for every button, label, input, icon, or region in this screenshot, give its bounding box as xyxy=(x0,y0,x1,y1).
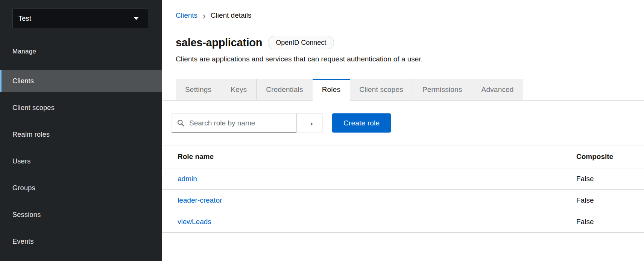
tab-settings[interactable]: Settings xyxy=(176,79,221,101)
tab-spacer xyxy=(162,79,176,101)
breadcrumb: Clients›Client details xyxy=(176,0,644,20)
page-description: Clients are applications and services th… xyxy=(176,55,644,63)
column-header-role-name: Role name xyxy=(162,153,576,161)
sidebar-nav-list: ClientsClient scopesRealm rolesUsersGrou… xyxy=(0,66,162,255)
arrow-right-icon: → xyxy=(305,118,315,129)
composite-value: False xyxy=(576,218,594,226)
table-body: adminFalseleader-creatorFalseviewLeadsFa… xyxy=(162,168,644,233)
sidebar-item-groups[interactable]: Groups xyxy=(0,175,162,201)
sidebar: Test Manage ClientsClient scopesRealm ro… xyxy=(0,0,162,261)
sidebar-item-label: Groups xyxy=(0,177,162,199)
search-submit-button[interactable]: → xyxy=(296,113,323,133)
main-content: Clients›Client details sales-application… xyxy=(162,0,644,261)
chevron-down-icon xyxy=(134,17,139,20)
create-role-button[interactable]: Create role xyxy=(332,113,391,133)
role-link[interactable]: admin xyxy=(178,175,197,183)
sidebar-item-clients[interactable]: Clients xyxy=(0,68,162,95)
realm-switcher[interactable]: Test xyxy=(12,9,148,28)
breadcrumb-separator-icon: › xyxy=(202,12,206,19)
breadcrumb-link-clients[interactable]: Clients xyxy=(176,11,197,20)
composite-value: False xyxy=(576,196,594,204)
sidebar-item-client-scopes[interactable]: Client scopes xyxy=(0,95,162,121)
search-field xyxy=(172,113,296,133)
page-title: sales-application xyxy=(176,37,262,49)
tab-credentials[interactable]: Credentials xyxy=(256,79,312,101)
sidebar-item-label: Users xyxy=(0,150,162,172)
tab-bar: SettingsKeysCredentialsRolesClient scope… xyxy=(162,79,644,101)
role-link[interactable]: viewLeads xyxy=(178,218,211,226)
sidebar-item-events[interactable]: Events xyxy=(0,228,162,255)
sidebar-item-label: Events xyxy=(0,230,162,253)
realm-name: Test xyxy=(18,15,31,23)
client-type-badge: OpenID Connect xyxy=(268,36,334,49)
column-header-composite: Composite xyxy=(576,153,644,161)
sidebar-section-label: Manage xyxy=(12,48,36,55)
table-row: viewLeadsFalse xyxy=(162,211,644,233)
sidebar-item-label: Realm roles xyxy=(0,124,162,146)
sidebar-item-label: Clients xyxy=(0,70,162,92)
sidebar-item-realm-roles[interactable]: Realm roles xyxy=(0,121,162,148)
table-header-row: Role name Composite xyxy=(162,145,644,168)
sidebar-section-manage: Manage xyxy=(0,37,162,66)
roles-table: Role name Composite adminFalseleader-cre… xyxy=(162,145,644,233)
tab-keys[interactable]: Keys xyxy=(221,79,256,101)
tab-permissions[interactable]: Permissions xyxy=(413,79,472,101)
tab-spacer xyxy=(523,79,644,101)
sidebar-item-sessions[interactable]: Sessions xyxy=(0,201,162,228)
table-row: leader-creatorFalse xyxy=(162,190,644,211)
roles-toolbar: → Create role xyxy=(172,113,644,133)
table-row: adminFalse xyxy=(162,168,644,190)
search-icon xyxy=(177,119,184,127)
realm-selector-area: Test xyxy=(0,0,162,37)
search-input[interactable] xyxy=(189,119,296,127)
search-group: → xyxy=(172,113,323,133)
page-header: sales-application OpenID Connect xyxy=(176,36,644,49)
tab-advanced[interactable]: Advanced xyxy=(472,79,523,101)
sidebar-item-users[interactable]: Users xyxy=(0,148,162,175)
sidebar-item-label: Sessions xyxy=(0,204,162,226)
tab-client-scopes[interactable]: Client scopes xyxy=(350,79,413,101)
breadcrumb-current: Client details xyxy=(211,11,252,20)
role-link[interactable]: leader-creator xyxy=(178,196,222,204)
tab-roles[interactable]: Roles xyxy=(313,79,350,101)
sidebar-item-label: Client scopes xyxy=(0,97,162,119)
composite-value: False xyxy=(576,175,594,183)
